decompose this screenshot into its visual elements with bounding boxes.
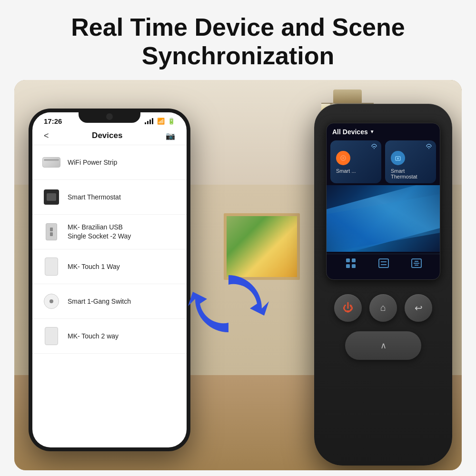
list-item[interactable]: MK- Touch 2 way [32, 319, 187, 354]
remote-bottom-nav [327, 254, 440, 275]
scroll-up-icon: ∧ [380, 340, 387, 351]
home-icon: ⌂ [380, 302, 386, 313]
svg-point-2 [342, 157, 344, 159]
list-item[interactable]: WiFi Power Strip [32, 145, 187, 180]
remote-scroll-wheel[interactable]: ∧ [345, 331, 421, 360]
device-label-wifi-strip: WiFi Power Strip [68, 158, 117, 167]
remote-card-link-icon-right [426, 143, 432, 151]
list-item[interactable]: Smart Thermostat [32, 180, 187, 215]
back-arrow-icon: ↩ [415, 302, 423, 314]
device-label-mk-touch1: MK- Touch 1 Way [68, 262, 120, 271]
remote-card-right[interactable]: SmartThermostat [385, 140, 436, 183]
svg-rect-8 [346, 264, 350, 268]
remote-card-link-icon-left [371, 143, 377, 151]
remote-device: All Devices ▼ [314, 104, 452, 466]
device-icon-switch [42, 292, 61, 311]
nav-title: Devices [92, 131, 122, 140]
device-icon-wifi-strip [42, 153, 61, 172]
remote-card-icon-orange [336, 151, 350, 165]
sync-icon [181, 266, 276, 342]
device-icon-socket [42, 222, 61, 241]
remote-screen-wave-bg [327, 185, 440, 252]
phone-camera [106, 113, 113, 120]
phone-nav-bar: < Devices 📷 [32, 127, 187, 145]
remote-nav-grid-icon[interactable] [346, 258, 356, 271]
phone-status-icons: 📶 🔋 [145, 118, 175, 125]
list-item[interactable]: Smart 1-Gang Switch [32, 284, 187, 319]
list-item[interactable]: MK- Touch 1 Way [32, 249, 187, 284]
svg-rect-7 [352, 258, 356, 262]
back-button[interactable]: ↩ [405, 294, 432, 322]
remote-nav-list-icon[interactable] [378, 258, 389, 271]
list-item[interactable]: MK- Brazilian USBSingle Socket -2 Way [32, 215, 187, 249]
main-content-area: 17:26 📶 🔋 < Devices 📷 [14, 80, 462, 470]
battery-icon: 🔋 [168, 118, 175, 125]
remote-buttons-row: ⏻ ⌂ ↩ [334, 294, 432, 322]
device-icon-touch2 [42, 327, 61, 346]
power-button[interactable]: ⏻ [334, 294, 362, 322]
device-label-mk-touch2: MK- Touch 2 way [68, 332, 119, 340]
remote-nav-menu-icon[interactable] [411, 258, 422, 271]
signal-icon [145, 118, 153, 124]
power-icon: ⏻ [343, 302, 353, 314]
device-label-mk-socket: MK- Brazilian USBSingle Socket -2 Way [68, 223, 131, 240]
dropdown-arrow-icon[interactable]: ▼ [370, 129, 375, 134]
scan-icon[interactable]: 📷 [166, 131, 175, 140]
phone-screen: 17:26 📶 🔋 < Devices 📷 [32, 112, 187, 447]
svg-point-0 [374, 148, 375, 149]
remote-screen-header: All Devices ▼ [327, 123, 440, 139]
phone-device-list: WiFi Power Strip Smart Thermostat MK- Br… [32, 145, 187, 354]
wifi-icon: 📶 [157, 118, 165, 125]
device-label-smart-thermostat: Smart Thermostat [68, 193, 121, 201]
device-label-smart-switch: Smart 1-Gang Switch [68, 297, 131, 306]
remote-device-cards: Smart ... [327, 139, 440, 185]
svg-rect-6 [346, 258, 350, 262]
device-icon-touch1 [42, 257, 61, 276]
svg-point-5 [397, 158, 399, 159]
remote-card-left[interactable]: Smart ... [330, 140, 381, 183]
remote-all-devices-label: All Devices [332, 128, 368, 136]
home-button[interactable]: ⌂ [369, 294, 397, 322]
remote-card-label-left: Smart ... [334, 168, 377, 174]
remote-card-label-right: SmartThermostat [389, 168, 432, 179]
svg-point-3 [428, 148, 429, 149]
phone-device: 17:26 📶 🔋 < Devices 📷 [29, 109, 190, 451]
back-icon[interactable]: < [44, 131, 49, 141]
svg-rect-10 [379, 259, 388, 268]
svg-rect-9 [352, 264, 356, 268]
remote-screen: All Devices ▼ [326, 123, 440, 280]
remote-card-icon-blue [391, 151, 405, 165]
page-title: Real Time Device and Scene Synchronizati… [29, 13, 447, 70]
device-icon-thermostat [42, 188, 61, 207]
page-header: Real Time Device and Scene Synchronizati… [0, 0, 476, 80]
phone-time: 17:26 [44, 117, 62, 125]
